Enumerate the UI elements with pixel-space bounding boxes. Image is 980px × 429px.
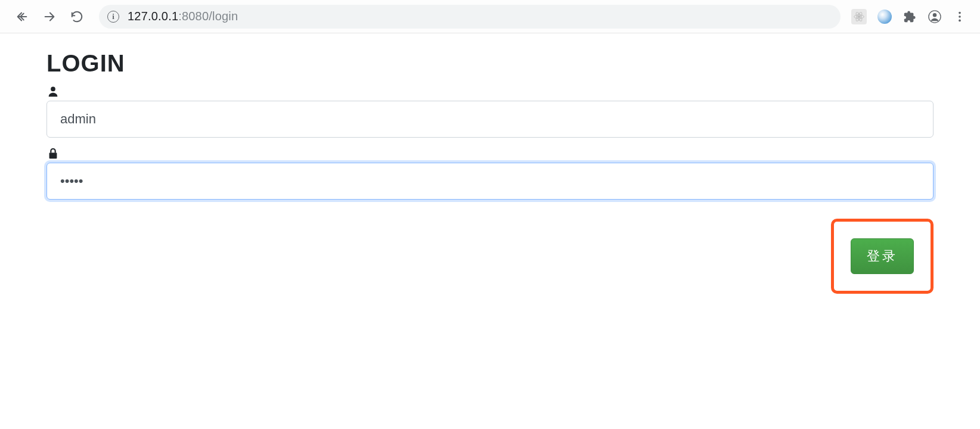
back-button[interactable] bbox=[11, 5, 33, 28]
svg-point-14 bbox=[959, 15, 961, 18]
more-menu-icon[interactable] bbox=[953, 10, 967, 24]
svg-point-15 bbox=[959, 19, 961, 21]
url-path: :8080/login bbox=[178, 10, 238, 23]
page-title: LOGIN bbox=[46, 50, 934, 77]
opera-icon[interactable] bbox=[877, 10, 892, 24]
svg-point-13 bbox=[959, 11, 961, 14]
svg-rect-17 bbox=[49, 153, 57, 158]
username-group bbox=[46, 85, 934, 138]
url-text: 127.0.0.1:8080/login bbox=[128, 10, 824, 23]
browser-toolbar: i 127.0.0.1:8080/login bbox=[0, 0, 980, 33]
submit-row: 登录 bbox=[46, 219, 934, 294]
user-icon bbox=[46, 85, 934, 98]
react-devtools-icon[interactable] bbox=[851, 9, 867, 24]
address-bar[interactable]: i 127.0.0.1:8080/login bbox=[99, 5, 841, 29]
svg-point-16 bbox=[51, 87, 55, 92]
highlight-annotation: 登录 bbox=[831, 219, 934, 294]
browser-right-icons bbox=[851, 9, 969, 24]
site-info-icon[interactable]: i bbox=[107, 11, 119, 23]
password-group bbox=[46, 147, 934, 200]
password-input[interactable] bbox=[46, 163, 934, 200]
svg-point-12 bbox=[933, 13, 936, 17]
reload-button[interactable] bbox=[66, 5, 88, 28]
extensions-icon[interactable] bbox=[903, 10, 917, 24]
profile-icon[interactable] bbox=[928, 10, 942, 24]
username-input[interactable] bbox=[46, 101, 934, 138]
forward-button[interactable] bbox=[38, 5, 61, 28]
login-page: LOGIN 登录 bbox=[0, 33, 980, 318]
url-host: 127.0.0.1 bbox=[128, 10, 178, 23]
svg-point-7 bbox=[858, 15, 860, 18]
lock-icon bbox=[46, 147, 934, 160]
login-button[interactable]: 登录 bbox=[851, 238, 914, 274]
